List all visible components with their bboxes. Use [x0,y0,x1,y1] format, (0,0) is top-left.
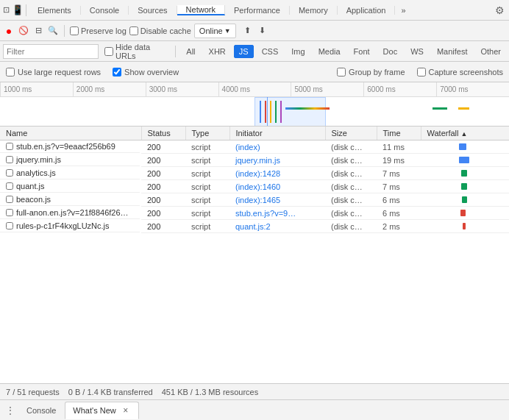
table-row[interactable]: full-anon.en.js?v=21f8846f26…200scriptst… [0,207,509,220]
table-row[interactable]: beacon.js200script(index):1465(disk c…6 … [0,193,509,207]
filter-media[interactable]: Media [313,45,346,58]
requests-table-wrapper[interactable]: Name Status Type Initiator Size Time Wat… [0,127,509,383]
row-select-checkbox[interactable] [6,169,13,177]
capture-screenshots-option[interactable]: Capture screenshots [417,68,504,76]
row-status: 200 [141,220,185,233]
show-overview-option[interactable]: Show overview [113,68,179,76]
filter-other[interactable]: Other [475,45,506,58]
row-name: analytics.js [16,168,56,177]
row-initiator[interactable]: stub.en.js?v=9… [229,207,325,220]
record-btn[interactable]: ● [3,25,15,37]
filter-doc[interactable]: Doc [378,45,403,58]
row-select-checkbox[interactable] [6,156,13,163]
hide-data-urls[interactable]: Hide data URLs [102,44,170,59]
group-by-frame-option[interactable]: Group by frame [337,68,405,76]
tab-application[interactable]: Application [338,6,396,15]
tab-memory[interactable]: Memory [290,6,338,15]
row-size: (disk c… [325,167,377,180]
filter-img[interactable]: Img [286,45,310,58]
tab-elements[interactable]: Elements [29,6,81,15]
preserve-log-checkbox[interactable]: Preserve log [70,26,127,35]
settings-icon[interactable]: ⚙ [495,4,509,16]
filter-all[interactable]: All [181,45,200,58]
options-bar: Use large request rows Show overview Gro… [0,62,509,82]
table-header: Name Status Type Initiator Size Time Wat… [0,127,509,140]
tab-network[interactable]: Network [177,5,225,15]
filter-manifest[interactable]: Manifest [432,45,473,58]
row-status: 200 [141,154,185,167]
row-initiator[interactable]: quant.js:2 [229,220,325,233]
main-tab-bar: ⊡ 📱 Elements Console Sources Network Per… [0,0,509,21]
row-select-checkbox[interactable] [6,196,13,203]
download-icon[interactable]: ⬇ [257,25,268,37]
row-status: 200 [141,140,185,154]
device-icon[interactable]: 📱 [12,4,24,16]
row-time: 7 ms [377,180,421,193]
inspect-icon[interactable]: ⊡ [0,4,12,16]
filter-js[interactable]: JS [234,45,254,58]
table-row[interactable]: quant.js200script(index):1460(disk c…7 m… [0,180,509,193]
filter-xhr[interactable]: XHR [204,45,231,58]
tbar-green-right [433,107,447,110]
table-body: stub.en.js?v=9eaacf256b69200script(index… [0,140,509,233]
timeline-bars [0,97,509,127]
row-initiator[interactable]: (index):1428 [229,167,325,180]
row-time: 6 ms [377,193,421,207]
requests-table: Name Status Type Initiator Size Time Wat… [0,127,509,233]
tick-1000: 1000 ms [0,82,73,96]
tbar-yellow [270,101,271,123]
table-row[interactable]: jquery.min.js200scriptjquery.min.js(disk… [0,154,509,167]
row-select-checkbox[interactable] [6,182,13,190]
table-row[interactable]: analytics.js200script(index):1428(disk c… [0,167,509,180]
drawer-tab-whatsnew[interactable]: What's New × [65,402,138,419]
row-select-checkbox[interactable] [6,222,13,229]
filter-ws[interactable]: WS [405,45,429,58]
col-status[interactable]: Status [141,127,185,140]
status-bar: 7 / 51 requests 0 B / 1.4 KB transferred… [0,383,509,399]
col-time[interactable]: Time [377,127,421,140]
row-type: script [185,167,229,180]
tick-7000: 7000 ms [436,82,509,96]
clear-btn[interactable]: 🚫 [18,25,29,37]
col-waterfall[interactable]: Waterfall ▲ [421,127,509,140]
filter-input[interactable] [3,44,99,59]
search-icon[interactable]: 🔍 [47,25,59,37]
col-name[interactable]: Name [0,127,141,140]
large-rows-option[interactable]: Use large request rows [6,68,101,76]
tab-performance[interactable]: Performance [225,6,290,15]
row-size: (disk c… [325,154,377,167]
timeline-ruler: 1000 ms 2000 ms 3000 ms 4000 ms 5000 ms … [0,82,509,97]
online-select[interactable]: Online ▼ [194,24,236,38]
table-row[interactable]: stub.en.js?v=9eaacf256b69200script(index… [0,140,509,154]
row-select-checkbox[interactable] [6,143,13,150]
filter-css[interactable]: CSS [257,45,284,58]
row-select-checkbox[interactable] [6,209,13,216]
row-status: 200 [141,180,185,193]
tbar-green [275,101,277,123]
disable-cache-checkbox[interactable]: Disable cache [129,26,191,35]
row-type: script [185,220,229,233]
row-initiator[interactable]: (index) [229,140,325,154]
row-initiator[interactable]: jquery.min.js [229,154,325,167]
filter-icon[interactable]: ⊟ [32,25,44,37]
col-type[interactable]: Type [185,127,229,140]
filter-font[interactable]: Font [349,45,375,58]
tab-more-icon[interactable]: » [395,6,411,15]
row-time: 2 ms [377,220,421,233]
drawer-menu-icon[interactable]: ⋮ [3,405,18,416]
timeline-overview: 1000 ms 2000 ms 3000 ms 4000 ms 5000 ms … [0,82,509,127]
row-name: beacon.js [16,195,51,204]
row-status: 200 [141,207,185,220]
sep-2 [64,25,65,37]
tab-console[interactable]: Console [81,6,129,15]
tab-sources[interactable]: Sources [129,6,177,15]
upload-icon[interactable]: ⬆ [242,25,254,37]
row-initiator[interactable]: (index):1460 [229,180,325,193]
close-whatsnew-btn[interactable]: × [121,405,131,416]
col-initiator[interactable]: Initiator [229,127,325,140]
drawer-tab-console[interactable]: Console [19,402,63,419]
table-row[interactable]: rules-p-c1rF4kxgLUzNc.js200scriptquant.j… [0,220,509,233]
col-size[interactable]: Size [325,127,377,140]
row-initiator[interactable]: (index):1465 [229,193,325,207]
tbar-red [265,101,266,123]
